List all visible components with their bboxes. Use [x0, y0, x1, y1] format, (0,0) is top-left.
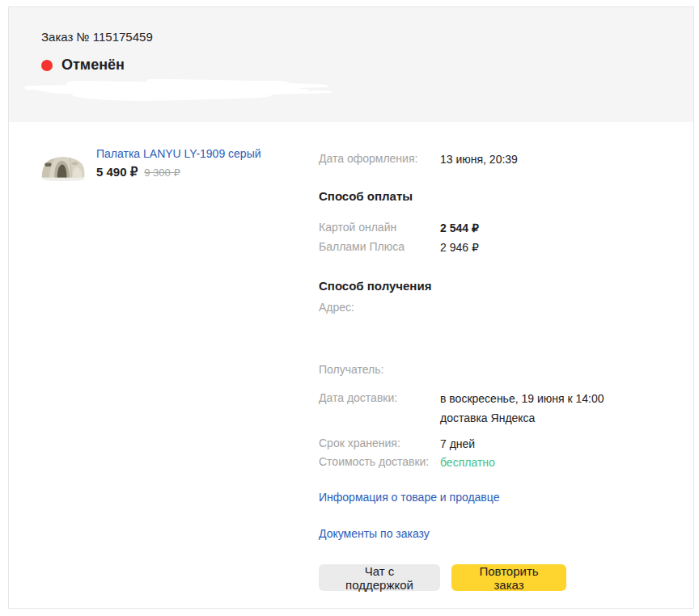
payment-card-value: 2 544 ₽ — [440, 218, 655, 238]
product-title-link[interactable]: Палатка LANYU LY-1909 серый — [96, 146, 261, 161]
row-delivery-date: Дата доставки: в воскресенье, 19 июня к … — [319, 390, 655, 428]
row-payment-points: Баллами Плюса 2 946 ₽ — [319, 239, 655, 257]
chat-support-button[interactable]: Чат с поддержкой — [319, 564, 440, 591]
row-payment-card: Картой онлайн 2 544 ₽ — [319, 220, 655, 238]
order-card: Заказ № 115175459 Отменён Палатка LANYU … — [8, 6, 694, 609]
status-label: Отменён — [61, 57, 125, 74]
delivery-date-value: в воскресенье, 19 июня к 14:00 доставка … — [440, 389, 655, 428]
row-storage: Срок хранения: 7 дней — [319, 436, 655, 454]
redacted-scribble — [19, 77, 336, 111]
recipient-value — [440, 361, 655, 378]
row-order-date: Дата оформления: 13 июня, 20:39 — [319, 151, 655, 169]
order-product: Палатка LANYU LY-1909 серый 5 490 ₽9 300… — [40, 146, 261, 184]
order-date-value: 13 июня, 20:39 — [440, 150, 655, 169]
row-delivery-cost: Стоимость доставки: бесплатно — [319, 454, 655, 472]
delivery-cost-value: бесплатно — [440, 453, 655, 472]
product-text: Палатка LANYU LY-1909 серый 5 490 ₽9 300… — [96, 146, 261, 179]
order-status: Отменён — [41, 57, 125, 74]
payment-card-label: Картой онлайн — [319, 220, 440, 238]
recipient-label: Получатель: — [319, 362, 440, 378]
payment-section-header: Способ оплаты — [319, 189, 413, 203]
payment-points-value: 2 946 ₽ — [440, 238, 655, 257]
storage-value: 7 дней — [440, 434, 655, 454]
order-card-header: Заказ № 115175459 Отменён — [9, 7, 693, 122]
delivery-section-header: Способ получения — [319, 279, 431, 293]
order-date-label: Дата оформления: — [319, 151, 440, 169]
price-old: 9 300 ₽ — [144, 167, 180, 179]
order-documents-link[interactable]: Документы по заказу — [319, 527, 430, 540]
product-image[interactable] — [40, 148, 87, 184]
storage-label: Срок хранения: — [319, 436, 440, 454]
product-price: 5 490 ₽9 300 ₽ — [96, 165, 261, 179]
address-value — [440, 298, 655, 315]
status-dot-icon — [41, 60, 53, 71]
row-recipient: Получатель: — [319, 362, 655, 378]
payment-points-label: Баллами Плюса — [319, 239, 440, 257]
price-current: 5 490 ₽ — [96, 165, 138, 179]
address-label: Адрес: — [319, 300, 440, 315]
delivery-date-label: Дата доставки: — [319, 390, 440, 428]
repeat-order-button[interactable]: Повторить заказ — [451, 564, 566, 591]
row-address: Адрес: — [319, 300, 655, 315]
delivery-cost-label: Стоимость доставки: — [319, 454, 440, 472]
order-number: Заказ № 115175459 — [41, 30, 153, 44]
product-info-link[interactable]: Информация о товаре и продавце — [319, 491, 499, 504]
